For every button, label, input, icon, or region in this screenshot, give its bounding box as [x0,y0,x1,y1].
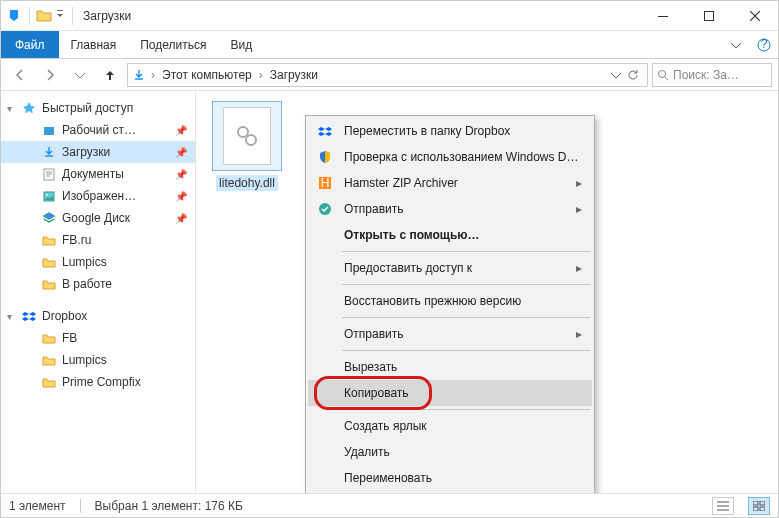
context-menu-item[interactable]: Копировать [308,380,592,406]
minimize-button[interactable] [640,1,686,31]
sidebar-item-label: Prime Compfix [62,375,141,389]
nav-recent-button[interactable] [67,62,93,88]
context-menu-item[interactable]: Отправить▸ [308,321,592,347]
sidebar-item-label: Lumpics [62,255,107,269]
menu-item-label: Отправить [344,202,566,216]
close-button[interactable] [732,1,778,31]
address-bar[interactable]: › Этот компьютер › Загрузки [127,63,648,87]
blank-icon [316,325,334,343]
chevron-right-icon[interactable]: › [256,68,266,82]
folder-icon [41,374,57,390]
context-menu-item[interactable]: Проверка с использованием Windows Defend… [308,144,592,170]
pin-icon: 📌 [175,169,187,180]
context-menu-item[interactable]: Переместить в папку Dropbox [308,118,592,144]
tab-share[interactable]: Поделиться [128,31,218,58]
view-icons-button[interactable] [748,497,770,515]
sidebar-item[interactable]: Документы📌 [1,163,195,185]
file-tab[interactable]: Файл [1,31,59,58]
sidebar-item[interactable]: Lumpics [1,251,195,273]
help-button[interactable]: ? [750,31,778,58]
separator [72,7,73,25]
nav-back-button[interactable] [7,62,33,88]
star-icon [21,100,37,116]
menu-separator [342,409,590,410]
sidebar-item-label: В работе [62,277,112,291]
sidebar-item-label: Изображен… [62,189,136,203]
tab-view[interactable]: Вид [218,31,264,58]
breadcrumb-root[interactable]: Этот компьютер [160,68,254,82]
search-input[interactable]: Поиск: За… [652,63,772,87]
sidebar-item[interactable]: Рабочий ст…📌 [1,119,195,141]
context-menu-item[interactable]: Отправить▸ [308,196,592,222]
svg-text:?: ? [761,38,768,51]
history-dropdown-icon[interactable] [611,70,621,80]
context-menu-item[interactable]: Удалить [308,439,592,465]
ribbon-expand-button[interactable] [722,31,750,58]
sidebar-item[interactable]: FB [1,327,195,349]
menu-item-label: Открыть с помощью… [344,228,582,242]
submenu-arrow-icon: ▸ [576,176,582,190]
context-menu-item[interactable]: HHamster ZIP Archiver▸ [308,170,592,196]
collapse-icon[interactable]: ▾ [7,103,12,114]
collapse-icon[interactable]: ▾ [7,311,12,322]
sidebar-dropbox[interactable]: ▾ Dropbox [1,305,195,327]
menu-item-label: Предоставить доступ к [344,261,566,275]
window-title: Загрузки [83,9,131,23]
file-thumbnail [212,101,282,171]
search-placeholder: Поиск: За… [673,68,739,82]
folder-icon[interactable] [36,8,52,24]
breadcrumb-current[interactable]: Загрузки [268,68,320,82]
sidebar-item[interactable]: Google Диск📌 [1,207,195,229]
status-bar: 1 элемент Выбран 1 элемент: 176 КБ [1,493,778,517]
nav-forward-button[interactable] [37,62,63,88]
item-icon [41,232,57,248]
item-icon [41,276,57,292]
sidebar-item[interactable]: Prime Compfix [1,371,195,393]
sidebar-item-label: Lumpics [62,353,107,367]
sidebar-item-label: FB.ru [62,233,91,247]
context-menu-item[interactable]: Создать ярлык [308,413,592,439]
context-menu-item[interactable]: Вырезать [308,354,592,380]
maximize-button[interactable] [686,1,732,31]
qat-down-icon[interactable] [7,8,23,24]
menu-item-label: Hamster ZIP Archiver [344,176,566,190]
view-details-button[interactable] [712,497,734,515]
pin-icon: 📌 [175,191,187,202]
chevron-right-icon[interactable]: › [148,68,158,82]
refresh-button[interactable] [627,69,639,81]
context-menu-item[interactable]: Восстановить прежнюю версию [308,288,592,314]
menu-item-label: Отправить [344,327,566,341]
svg-rect-17 [753,507,758,511]
downloads-icon [132,68,146,82]
submenu-arrow-icon: ▸ [576,202,582,216]
sidebar-item[interactable]: Загрузки📌 [1,141,195,163]
sidebar-item[interactable]: В работе [1,273,195,295]
context-menu-item[interactable]: Открыть с помощью… [308,222,592,248]
shield-icon [316,148,334,166]
file-item[interactable]: litedohy.dll [206,101,288,191]
sidebar-item[interactable]: Lumpics [1,349,195,371]
blank-icon [316,292,334,310]
svg-rect-1 [658,16,668,17]
dropbox-icon [21,308,37,324]
status-selection: Выбран 1 элемент: 176 КБ [95,499,243,513]
folder-icon [41,330,57,346]
submenu-arrow-icon: ▸ [576,261,582,275]
nav-up-button[interactable] [97,62,123,88]
sidebar-quick-access[interactable]: ▾ Быстрый доступ [1,97,195,119]
hamster-icon: H [316,174,334,192]
title-bar: Загрузки [1,1,778,31]
blank-icon [316,417,334,435]
context-menu-item[interactable]: Предоставить доступ к▸ [308,255,592,281]
separator [80,499,81,513]
sidebar-item[interactable]: Изображен…📌 [1,185,195,207]
svg-point-5 [659,70,666,77]
sidebar-item-label: Рабочий ст… [62,123,136,137]
tab-home[interactable]: Главная [59,31,129,58]
sidebar-item[interactable]: FB.ru [1,229,195,251]
qat-dropdown-icon[interactable] [56,8,66,24]
context-menu-item[interactable]: Переименовать [308,465,592,491]
svg-rect-15 [753,501,758,505]
menu-separator [342,284,590,285]
svg-rect-2 [705,11,714,20]
